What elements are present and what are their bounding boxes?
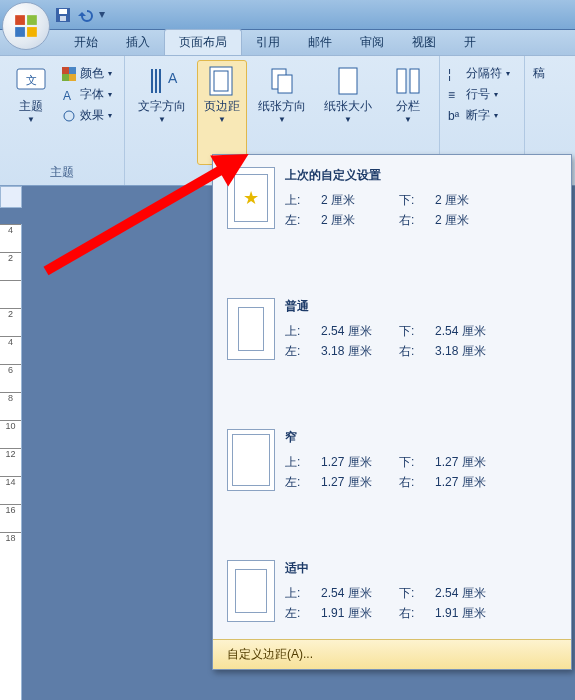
- svg-rect-19: [278, 75, 292, 93]
- group-theme: 文 主题 ▼ 颜色▾ A 字体▾ 效果▾ 主题: [0, 56, 125, 185]
- orientation-icon: [266, 65, 298, 97]
- text-direction-icon: A: [146, 65, 178, 97]
- margin-option-moderate[interactable]: 适中 上: 2.54 厘米 下: 2.54 厘米 左: 1.91 厘米 右: 1…: [214, 549, 570, 638]
- columns-icon: [392, 65, 424, 97]
- svg-rect-21: [397, 69, 406, 93]
- margin-option-title: 普通: [285, 298, 557, 315]
- chevron-down-icon: ▼: [27, 115, 35, 124]
- breaks-button[interactable]: ¦ 分隔符▾: [446, 64, 518, 83]
- chevron-down-icon: ▾: [494, 111, 498, 120]
- line-numbers-button[interactable]: ≡ 行号▾: [446, 85, 518, 104]
- save-icon[interactable]: [55, 7, 71, 23]
- svg-text:A: A: [168, 70, 178, 86]
- size-icon: [332, 65, 364, 97]
- text-direction-button[interactable]: A 文字方向 ▼: [131, 60, 193, 165]
- themes-label: 主题: [19, 99, 43, 113]
- tab-insert[interactable]: 插入: [112, 30, 164, 55]
- columns-button[interactable]: 分栏 ▼: [383, 60, 433, 165]
- office-button[interactable]: [2, 2, 50, 50]
- svg-rect-11: [62, 74, 69, 81]
- line-numbers-icon: ≡: [448, 88, 462, 102]
- svg-rect-22: [410, 69, 419, 93]
- tab-mailings[interactable]: 邮件: [294, 30, 346, 55]
- quick-access-toolbar: ▾: [55, 7, 115, 23]
- svg-rect-20: [339, 68, 357, 94]
- hyphenation-icon: bª: [448, 109, 462, 123]
- svg-text:文: 文: [26, 74, 37, 86]
- svg-rect-10: [69, 67, 76, 74]
- chevron-down-icon: ▼: [344, 115, 352, 124]
- tab-references[interactable]: 引用: [242, 30, 294, 55]
- margin-option-title: 适中: [285, 560, 557, 577]
- tab-home[interactable]: 开始: [60, 30, 112, 55]
- chevron-down-icon: ▾: [494, 90, 498, 99]
- tab-page-layout[interactable]: 页面布局: [164, 29, 242, 55]
- svg-rect-2: [15, 27, 25, 37]
- theme-fonts-button[interactable]: A 字体▾: [60, 85, 118, 104]
- svg-point-14: [64, 111, 74, 121]
- margin-thumb-icon: [227, 429, 275, 491]
- margin-option-title: 上次的自定义设置: [285, 167, 557, 184]
- svg-rect-12: [69, 74, 76, 81]
- vertical-ruler: 4 2 2 4 6 8 10 12 14 16 18: [0, 224, 22, 700]
- tab-view[interactable]: 视图: [398, 30, 450, 55]
- svg-text:A: A: [63, 89, 71, 102]
- margin-thumb-icon: [227, 298, 275, 360]
- theme-colors-button[interactable]: 颜色▾: [60, 64, 118, 83]
- theme-effects-button[interactable]: 效果▾: [60, 106, 118, 125]
- watermark-stub[interactable]: 稿: [531, 64, 575, 83]
- margin-option-title: 窄: [285, 429, 557, 446]
- margin-thumb-icon: [227, 560, 275, 622]
- chevron-down-icon: ▼: [218, 115, 226, 124]
- custom-margins-button[interactable]: 自定义边距(A)...: [213, 639, 571, 669]
- group-theme-label: 主题: [6, 162, 118, 183]
- chevron-down-icon: ▼: [278, 115, 286, 124]
- margin-option-normal[interactable]: 普通 上: 2.54 厘米 下: 2.54 厘米 左: 3.18 厘米 右: 3…: [214, 287, 570, 376]
- star-icon: ★: [243, 187, 259, 209]
- ribbon-tabs: 开始 插入 页面布局 引用 邮件 审阅 视图 开: [0, 30, 575, 56]
- svg-rect-0: [15, 15, 25, 25]
- office-logo-icon: [13, 13, 39, 39]
- chevron-down-icon: ▾: [108, 111, 112, 120]
- chevron-down-icon: ▾: [108, 90, 112, 99]
- undo-icon[interactable]: [77, 7, 93, 23]
- tab-developer[interactable]: 开: [450, 30, 490, 55]
- chevron-down-icon: ▼: [158, 115, 166, 124]
- chevron-down-icon: ▼: [404, 115, 412, 124]
- svg-rect-6: [60, 16, 66, 21]
- hyphenation-button[interactable]: bª 断字▾: [446, 106, 518, 125]
- svg-rect-1: [27, 15, 37, 25]
- title-bar: ▾: [0, 0, 575, 30]
- themes-button[interactable]: 文 主题 ▼: [6, 60, 56, 162]
- tab-review[interactable]: 审阅: [346, 30, 398, 55]
- breaks-icon: ¦: [448, 67, 462, 81]
- chevron-down-icon: ▾: [108, 69, 112, 78]
- margin-option-narrow[interactable]: 窄 上: 1.27 厘米 下: 1.27 厘米 左: 1.27 厘米 右: 1.…: [214, 418, 570, 507]
- ruler-corner: [0, 186, 22, 208]
- fonts-icon: A: [62, 88, 76, 102]
- svg-rect-9: [62, 67, 69, 74]
- margin-option-last-custom[interactable]: ★ 上次的自定义设置 上: 2 厘米 下: 2 厘米 左: 2 厘米 右: 2 …: [214, 156, 570, 245]
- themes-icon: 文: [15, 65, 47, 97]
- svg-rect-5: [59, 9, 67, 14]
- effects-icon: [62, 109, 76, 123]
- svg-rect-3: [27, 27, 37, 37]
- margins-gallery: ★ 上次的自定义设置 上: 2 厘米 下: 2 厘米 左: 2 厘米 右: 2 …: [212, 154, 572, 670]
- orientation-button[interactable]: 纸张方向 ▼: [251, 60, 313, 165]
- paper-size-button[interactable]: 纸张大小 ▼: [317, 60, 379, 165]
- qat-dropdown-icon[interactable]: ▾: [99, 7, 115, 23]
- margins-icon: [206, 65, 238, 97]
- colors-icon: [62, 67, 76, 81]
- chevron-down-icon: ▾: [506, 69, 510, 78]
